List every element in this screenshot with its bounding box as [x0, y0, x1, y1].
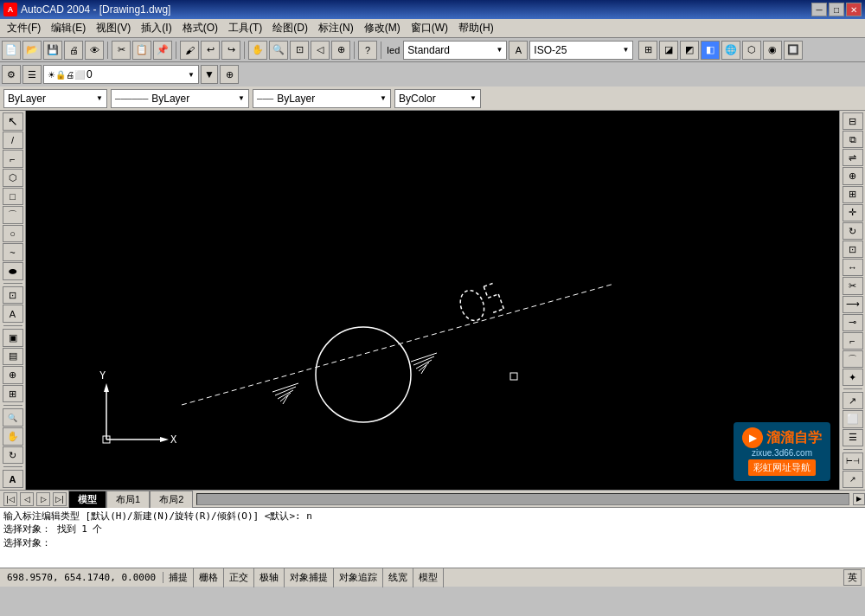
canvas-area[interactable]: Y X ▶ 溜溜自学 zixue.3d66.com 彩虹网址导航	[26, 111, 839, 490]
lt-btn-orbit[interactable]: ↻	[3, 446, 23, 465]
rt-array[interactable]: ⊞	[843, 186, 863, 203]
tab-next-btn[interactable]: ▷	[36, 492, 50, 506]
lt-btn-insert[interactable]: ⊡	[3, 286, 23, 305]
view-btn4[interactable]: ◧	[701, 41, 720, 60]
zoom-realtime-button[interactable]: 🔍	[269, 41, 288, 60]
status-model[interactable]: 模型	[413, 568, 444, 587]
tab-model[interactable]: 模型	[68, 491, 106, 508]
menu-insert[interactable]: 插入(I)	[136, 19, 176, 37]
lt-btn-circle[interactable]: ○	[3, 225, 23, 243]
lineweight-dropdown[interactable]: ─── ByLayer ▼	[253, 89, 391, 108]
cut-button[interactable]: ✂	[112, 41, 131, 60]
rt-chamfer[interactable]: ⌐	[843, 332, 863, 350]
tab-layout2[interactable]: 布局2	[150, 491, 193, 508]
rt-rotate[interactable]: ↻	[843, 222, 863, 240]
tab-first-btn[interactable]: |◁	[3, 492, 17, 506]
new-button[interactable]: 📄	[2, 41, 21, 60]
lt-btn-line[interactable]: /	[3, 132, 23, 150]
zoom-window-button[interactable]: ⊡	[290, 41, 309, 60]
match-button[interactable]: 🖌	[180, 41, 199, 60]
copy-button[interactable]: 📋	[132, 41, 151, 60]
view-btn2[interactable]: ◪	[659, 41, 678, 60]
print-button[interactable]: 🖨	[64, 41, 83, 60]
rt-offset[interactable]: ⊕	[843, 167, 863, 184]
rt-dist[interactable]: ↗	[843, 392, 863, 409]
open-button[interactable]: 📂	[22, 41, 42, 60]
color-dropdown[interactable]: ByLayer ▼	[3, 89, 107, 108]
layer-extra-btn[interactable]: ▼	[201, 65, 218, 84]
rt-list[interactable]: ☰	[843, 429, 863, 446]
zoom-extents-button[interactable]: ⊕	[331, 41, 350, 60]
status-polar[interactable]: 极轴	[254, 568, 285, 587]
menu-dimension[interactable]: 标注(N)	[313, 19, 359, 37]
rt-area[interactable]: ⬜	[843, 410, 863, 427]
rt-aligned[interactable]: ↗	[843, 471, 863, 488]
rt-explode[interactable]: ✦	[843, 369, 863, 386]
style-icon[interactable]: A	[509, 41, 528, 60]
rt-erase[interactable]: ⊟	[843, 112, 863, 130]
menu-file[interactable]: 文件(F)	[2, 19, 46, 37]
menu-view[interactable]: 视图(V)	[91, 19, 136, 37]
status-snap[interactable]: 捕提	[163, 568, 194, 587]
menu-tools[interactable]: 工具(T)	[223, 19, 267, 37]
redo-button[interactable]: ↪	[221, 41, 240, 60]
preview-button[interactable]: 👁	[85, 41, 104, 60]
rt-break[interactable]: ⊸	[843, 314, 863, 331]
menu-help[interactable]: 帮助(H)	[453, 19, 499, 37]
status-grid[interactable]: 栅格	[194, 568, 224, 587]
status-otrack[interactable]: 对象追踪	[334, 568, 383, 587]
rt-copy[interactable]: ⧉	[843, 131, 863, 148]
view-btn7[interactable]: ◉	[763, 41, 782, 60]
view-btn5[interactable]: 🌐	[721, 41, 740, 60]
font-dropdown[interactable]: ISO-25 ▼	[529, 41, 633, 60]
help-button[interactable]: ?	[358, 41, 377, 60]
lang-indicator[interactable]: 英	[843, 569, 862, 586]
lt-btn-table[interactable]: ⊞	[3, 385, 23, 403]
maximize-button[interactable]: □	[829, 3, 844, 16]
status-lweight[interactable]: 线宽	[383, 568, 413, 587]
minimize-button[interactable]: ─	[811, 3, 827, 16]
lt-btn-polyline[interactable]: ⌐	[3, 150, 23, 168]
view-btn8[interactable]: 🔲	[784, 41, 803, 60]
lt-btn-rect[interactable]: □	[3, 188, 23, 206]
lt-btn-gradient[interactable]: ▤	[3, 348, 23, 366]
rt-linear[interactable]: ⊢⊣	[843, 452, 863, 470]
save-button[interactable]: 💾	[43, 41, 62, 60]
plotstyle-dropdown[interactable]: ByColor ▼	[394, 89, 481, 108]
tab-prev-btn[interactable]: ◁	[20, 492, 34, 506]
rt-extend[interactable]: ⟶	[843, 296, 863, 313]
undo-button[interactable]: ↩	[201, 41, 220, 60]
layer-extra-btn2[interactable]: ⊕	[220, 65, 239, 84]
menu-edit[interactable]: 编辑(E)	[46, 19, 91, 37]
lt-btn-pan[interactable]: ✋	[3, 427, 23, 446]
lt-btn-mtext[interactable]: A	[3, 305, 23, 323]
rt-mirror[interactable]: ⇌	[843, 149, 863, 166]
linetype-dropdown[interactable]: ────── ByLayer ▼	[111, 89, 249, 108]
menu-window[interactable]: 窗口(W)	[406, 19, 453, 37]
rt-move[interactable]: ✛	[843, 204, 863, 221]
h-scrollbar-track[interactable]	[196, 493, 849, 505]
rt-scale[interactable]: ⊡	[843, 241, 863, 258]
lt-btn-spline[interactable]: ~	[3, 243, 23, 261]
lt-btn-hatch[interactable]: ▣	[3, 329, 23, 347]
layer-dropdown[interactable]: ☀🔒🖨⬜ 0 ▼	[43, 65, 199, 84]
lt-btn-zoom[interactable]: 🔍	[3, 408, 23, 427]
lt-btn-ellipse[interactable]: ⬬	[3, 262, 23, 280]
menu-format[interactable]: 格式(O)	[177, 19, 223, 37]
view-btn1[interactable]: ⊞	[638, 41, 657, 60]
h-scroll-right-btn[interactable]: ▶	[853, 493, 865, 505]
lt-btn-select[interactable]: ↖	[3, 112, 23, 131]
menu-modify[interactable]: 修改(M)	[359, 19, 406, 37]
status-ortho[interactable]: 正交	[224, 568, 254, 587]
zoom-prev-button[interactable]: ◁	[311, 41, 330, 60]
menu-draw[interactable]: 绘图(D)	[267, 19, 313, 37]
tab-last-btn[interactable]: ▷|	[53, 492, 67, 506]
pan-button[interactable]: ✋	[248, 41, 267, 60]
lt-btn-text-a[interactable]: A	[3, 470, 23, 488]
rt-stretch[interactable]: ↔	[843, 259, 863, 276]
rt-trim[interactable]: ✂	[843, 277, 863, 294]
status-osnap[interactable]: 对象捕提	[285, 568, 334, 587]
tab-layout1[interactable]: 布局1	[106, 491, 150, 508]
view-btn3[interactable]: ◩	[680, 41, 699, 60]
style-dropdown[interactable]: Standard ▼	[403, 41, 507, 60]
